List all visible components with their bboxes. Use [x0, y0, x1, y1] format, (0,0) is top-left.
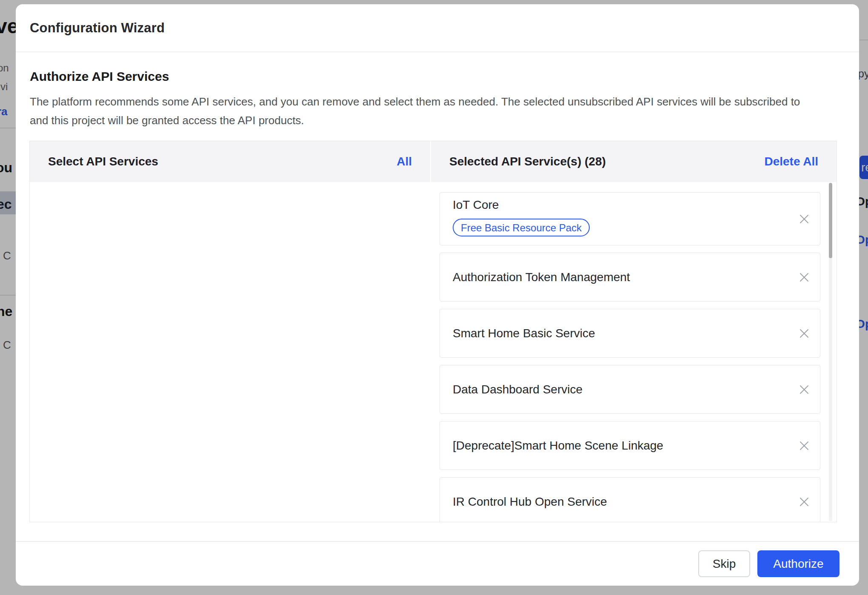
service-card: IoT Core Free Basic Resource Pack	[440, 192, 820, 245]
authorize-button[interactable]: Authorize	[757, 550, 839, 577]
close-icon	[799, 496, 810, 507]
select-all-link[interactable]: All	[397, 155, 412, 168]
dialog-header: Configuration Wizard	[16, 4, 859, 52]
remove-service-button[interactable]	[799, 214, 810, 225]
panel-body: IoT Core Free Basic Resource Pack Author…	[30, 182, 837, 522]
remove-service-button[interactable]	[799, 272, 810, 283]
close-icon	[799, 384, 810, 395]
close-icon	[799, 272, 810, 283]
service-name: IR Control Hub Open Service	[453, 495, 607, 509]
service-name: Smart Home Basic Service	[453, 327, 595, 340]
service-card: Authorization Token Management	[440, 253, 820, 302]
dialog-title: Configuration Wizard	[30, 20, 165, 36]
section-description: The platform recommends some API service…	[30, 92, 820, 130]
service-card: IR Control Hub Open Service	[440, 477, 820, 522]
service-name: Authorization Token Management	[453, 270, 630, 284]
service-name: [Deprecate]Smart Home Scene Linkage	[453, 439, 663, 453]
select-panel-title: Select API Services	[48, 155, 158, 168]
remove-service-button[interactable]	[799, 496, 810, 507]
service-card: [Deprecate]Smart Home Scene Linkage	[440, 421, 820, 470]
list-scrollbar[interactable]	[829, 183, 832, 521]
close-icon	[799, 328, 810, 339]
skip-button[interactable]: Skip	[698, 550, 750, 577]
service-card: Data Dashboard Service	[440, 365, 820, 414]
service-name: Data Dashboard Service	[453, 383, 582, 396]
remove-service-button[interactable]	[799, 440, 810, 451]
configuration-wizard-dialog: Configuration Wizard Authorize API Servi…	[16, 4, 859, 586]
remove-service-button[interactable]	[799, 328, 810, 339]
selected-panel-title: Selected API Service(s) (28)	[449, 155, 606, 168]
selected-services-list: IoT Core Free Basic Resource Pack Author…	[440, 192, 820, 522]
service-badge: Free Basic Resource Pack	[453, 219, 590, 236]
api-transfer-panel: Select API Services All Selected API Ser…	[29, 141, 837, 522]
close-icon	[799, 214, 810, 225]
panel-headers: Select API Services All Selected API Ser…	[30, 141, 837, 182]
selected-panel-header: Selected API Service(s) (28) Delete All	[431, 141, 837, 182]
footer-divider	[16, 541, 859, 542]
close-icon	[799, 440, 810, 451]
delete-all-link[interactable]: Delete All	[764, 155, 818, 168]
section-heading: Authorize API Services	[30, 69, 845, 84]
service-name: IoT Core	[453, 198, 820, 212]
service-card: Smart Home Basic Service	[440, 309, 820, 358]
scrollbar-thumb[interactable]	[829, 183, 832, 258]
remove-service-button[interactable]	[799, 384, 810, 395]
select-panel-header: Select API Services All	[30, 141, 430, 182]
